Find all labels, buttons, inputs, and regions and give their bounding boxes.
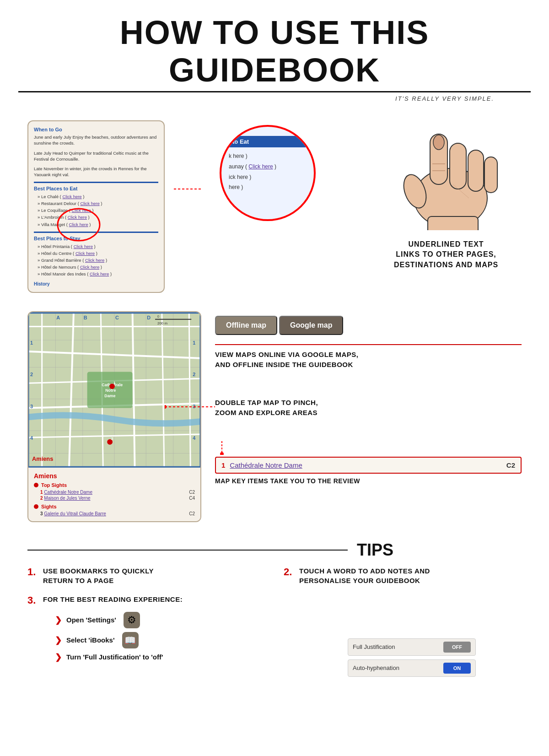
map-item-3: 3 Galerie du Vitrail Claude Barre C2 [34,511,195,517]
sights-label: Sights [34,504,195,509]
tip-3-arrow-1: ❯ [55,615,62,625]
svg-text:2: 2 [30,372,33,377]
tip-1: 1. USE BOOKMARKS TO QUICKLYRETURN TO A P… [27,566,265,585]
svg-text:Notre: Notre [105,388,116,393]
zoom-title: to Eat [229,136,307,147]
tip-3-header: 3. FOR THE BEST READING EXPERIENCE: [27,594,522,606]
svg-text:0: 0 [157,314,159,318]
section-links: When to Go June and early July Enjoy the… [0,107,549,302]
svg-text:B: B [84,314,87,320]
svg-text:3: 3 [30,403,33,409]
map-item-1: 1 Cathédrale Notre Dame C2 [34,489,195,495]
map-key-area: 1 Cathédrale Notre Dame C2 MAP KEY ITEMS… [215,441,522,485]
tip-3-arrow-3: ❯ [55,652,62,662]
map-buttons: Offline map Google map [215,316,522,335]
tip-3-step-1-label: Open 'Settings' [66,616,116,624]
svg-text:200 m: 200 m [157,321,167,325]
svg-rect-6 [468,150,484,191]
svg-rect-7 [484,157,497,193]
zoom-item-4: here ) [229,182,307,193]
best-stay-title: Best Places to Stay [34,236,158,241]
hand-area: UNDERLINED TEXTLINKS TO OTHER PAGES,DEST… [371,120,522,270]
map-key-num: 1 [221,461,225,469]
svg-rect-11 [428,216,478,230]
map-image-area[interactable]: Cathédrale Notre Dame A B C D 1 2 3 4 [28,312,200,468]
svg-text:Dame: Dame [104,393,115,398]
map-svg: Cathédrale Notre Dame A B C D 1 2 3 4 [28,312,200,468]
toggle-switch-on[interactable]: ON [443,663,471,674]
when-to-go-text2: Late July Head to Quimper for traditiona… [34,150,158,162]
dotted-connector [174,120,201,194]
toggle-label-2: Auto-hyphenation [353,664,399,671]
tips-section: TIPS 1. USE BOOKMARKS TO QUICKLYRETURN T… [0,531,549,680]
svg-text:Amiens: Amiens [32,455,53,462]
tip-3-num: 3. [27,594,39,606]
dotted-line-svg [174,184,201,194]
tip-1-text: USE BOOKMARKS TO QUICKLYRETURN TO A PAGE [43,566,154,585]
tips-header: TIPS [27,540,522,560]
map-key-desc: MAP KEY ITEMS TAKE YOU TO THE REVIEW [215,477,522,485]
when-to-go-text3: Late November In winter, join the crowds… [34,166,158,178]
zoom-item-1: k here ) [229,151,307,162]
history-link[interactable]: History [34,281,158,286]
svg-text:4: 4 [193,435,195,440]
double-tap-desc: DOUBLE TAP MAP TO PINCH,ZOOM AND EXPLORE… [215,398,522,418]
tips-title: TIPS [357,540,393,560]
section-maps: Cathédrale Notre Dame A B C D 1 2 3 4 [0,302,549,531]
svg-text:A: A [56,314,60,320]
svg-point-61 [165,405,167,409]
stay-item-1: » Hôtel Printania ( Click here ) [34,243,158,250]
svg-text:4: 4 [30,435,33,440]
maps-description: VIEW MAPS ONLINE VIA GOOGLE MAPS,AND OFF… [215,344,522,370]
svg-rect-5 [450,143,466,189]
tip-3-step-2-label: Select 'iBooks' [66,636,115,644]
svg-text:D: D [147,314,151,320]
best-eat-title: Best Places to Eat [34,186,158,191]
when-to-go-title: When to Go [34,127,158,132]
map-key-name[interactable]: Cathédrale Notre Dame [230,461,506,469]
svg-text:1: 1 [113,381,116,385]
tip-2-text: TOUCH A WORD TO ADD NOTES ANDPERSONALISE… [299,566,430,585]
zoom-item-2: aunay ( Click here ) [229,162,307,172]
eat-item-4: » L'Ambroisin ( Click here ) [34,214,158,221]
top-sights-label: Top Sights [34,482,195,488]
stay-item-4: » Hôtel de Nemours ( Click here ) [34,264,158,270]
toggle-switch-off[interactable]: OFF [443,642,471,653]
dotted-line-map-svg [165,402,215,411]
tips-grid: 1. USE BOOKMARKS TO QUICKLYRETURN TO A P… [27,566,522,585]
map-item-2: 2 Maison de Jules Verne C4 [34,495,195,501]
tip-3: 3. FOR THE BEST READING EXPERIENCE: ❯ Op… [27,594,522,662]
stay-item-2: » Hôtel du Centre ( Click here ) [34,250,158,257]
map-phone-mockup: Cathédrale Notre Dame A B C D 1 2 3 4 [27,311,201,522]
toggle-row-1: Full Justification OFF [348,638,476,656]
tip-3-text: FOR THE BEST READING EXPERIENCE: [43,594,183,604]
map-key-dot-line [215,441,229,455]
map-key-box[interactable]: 1 Cathédrale Notre Dame C2 [215,457,522,474]
toggle-label-1: Full Justification [353,643,395,650]
map-city-label: Amiens [34,472,195,480]
tip-3-step-3-label: Turn 'Full Justification' to 'off' [66,653,163,661]
eat-item-1: » Le Chalé ( Click here ) [34,193,158,200]
ibooks-icon: 📖 [122,632,139,648]
tip-3-step-1: ❯ Open 'Settings' ⚙ [55,612,522,628]
tip-2: 2. TOUCH A WORD TO ADD NOTES ANDPERSONAL… [284,566,522,585]
hand-illustration [377,120,515,230]
settings-icon: ⚙ [124,612,140,628]
svg-point-63 [220,452,224,455]
zoom-circle: to Eat k here ) aunay ( Click here ) ick… [220,125,316,221]
svg-text:2: 2 [111,436,113,440]
stay-item-5: » Hôtel Manoir des Indes ( Click here ) [34,270,158,277]
google-map-button[interactable]: Google map [279,316,343,335]
subtitle: IT'S REALLY VERY SIMPLE. [18,95,531,102]
offline-map-button[interactable]: Offline map [215,316,277,335]
tip-1-num: 1. [27,566,39,578]
tip-2-num: 2. [284,566,296,578]
page-title: HOW TO USE THIS GUIDEBOOK [18,14,531,92]
svg-text:C: C [115,314,119,320]
toggle-area: Full Justification OFF Auto-hyphenation … [348,638,476,677]
links-label: UNDERLINED TEXTLINKS TO OTHER PAGES,DEST… [394,239,498,270]
svg-point-8 [433,135,444,150]
phone-mockup-left: When to Go June and early July Enjoy the… [27,120,165,293]
eat-item-2: » Restaurant Delour ( Click here ) [34,200,158,207]
svg-text:1: 1 [193,340,195,346]
